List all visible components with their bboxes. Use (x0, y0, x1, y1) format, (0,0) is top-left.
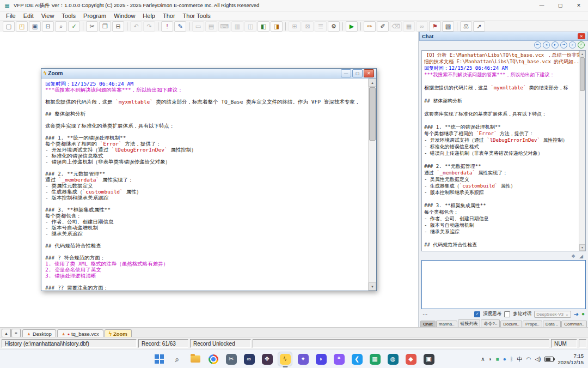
chat-tab-data[interactable]: Data .. (543, 321, 561, 327)
chat-tab-manha[interactable]: manha.. (436, 321, 457, 327)
scale-button[interactable]: ⚖ (460, 21, 472, 32)
tray-chevron-icon[interactable]: ∧ (481, 357, 485, 362)
multi-turn-checkbox[interactable] (504, 311, 510, 317)
run-button[interactable]: ! (161, 21, 173, 32)
chat-tab-comman[interactable]: Comman.. (561, 321, 587, 327)
chat-app-button[interactable]: ✦ (296, 352, 310, 366)
scroll-up-arrow[interactable]: ▲ (579, 51, 585, 57)
scroll-thumb[interactable] (580, 57, 585, 91)
flag-button[interactable]: ⚑ (429, 21, 441, 32)
prev-record-icon[interactable]: ◂ (543, 41, 550, 49)
dock-toggle-button[interactable]: ▴ (2, 329, 11, 337)
next-record-icon[interactable]: ▸ (552, 41, 559, 49)
menu-tools[interactable]: Tools (58, 13, 79, 19)
tray-app-icon-1[interactable]: ◗ (489, 357, 492, 362)
chat-titlebar[interactable]: Chat ✕ (419, 32, 588, 41)
chat-tab-docum[interactable]: Docum.. (500, 321, 522, 327)
ime-indicator[interactable]: 中 (517, 357, 523, 362)
chat-tab-prope[interactable]: Prope.. (523, 321, 542, 327)
voice-icon[interactable]: ● (581, 311, 585, 317)
chat-tab-chat[interactable]: Chat (420, 321, 436, 327)
zoom-close-button[interactable]: ✕ (364, 69, 374, 77)
meet-app-button[interactable]: ◗ (314, 352, 328, 366)
open-button[interactable]: ◰ (16, 21, 28, 32)
send-button[interactable]: ➚ (473, 21, 485, 32)
snipping-tool-button[interactable]: ✂ (224, 352, 238, 366)
menu-thor[interactable]: Thor (159, 13, 179, 19)
print-preview-button[interactable]: ⌕ (55, 21, 67, 32)
first-record-icon[interactable]: ⇤ (534, 41, 541, 49)
start-button[interactable] (152, 352, 167, 366)
tray-app-icon-3[interactable]: ● (503, 357, 506, 362)
form-wizard-button[interactable]: ◧ (258, 21, 270, 32)
builder-button[interactable]: ◨ (271, 21, 283, 32)
teal-app-button[interactable]: ◍ (385, 352, 400, 366)
menu-file[interactable]: File (2, 13, 20, 19)
copy-button[interactable]: ❐ (99, 21, 111, 32)
model-select[interactable]: DeepSeek-V3 ⌄ (534, 311, 571, 318)
modify-button[interactable]: ✎ (174, 21, 186, 32)
battery-icon[interactable] (544, 357, 554, 362)
bluetooth-icon[interactable]: ᛒ (510, 357, 513, 362)
chat-content[interactable]: 【Q】分析 E:\Manhattan\Libs\TQ\tq_base.vcx ，… (421, 50, 586, 251)
paste-button[interactable]: ⊟ (112, 21, 124, 32)
scroll-down-arrow[interactable]: ▼ (369, 282, 376, 291)
zoom-maximize-button[interactable]: ▢ (352, 69, 363, 77)
chat-tab-item[interactable]: 命令?.. (481, 319, 500, 327)
spell-check-button[interactable]: ✓ (68, 21, 80, 32)
wifi-icon[interactable]: ◠ (526, 357, 531, 362)
chat-scrollbar[interactable]: ▲ ▼ (579, 51, 585, 251)
volume-icon[interactable]: ◁) (535, 357, 541, 362)
menu-window[interactable]: Window (110, 13, 139, 19)
edit-code-button[interactable]: ✏ (364, 21, 376, 32)
resize-grip-icon[interactable]: ◢ (579, 254, 583, 259)
scroll-up-arrow[interactable]: ▲ (369, 79, 376, 87)
menu-edit[interactable]: Edit (20, 13, 38, 19)
ai-run-button[interactable]: ▶ (346, 21, 358, 32)
zoom-window-titlebar[interactable]: ϟ Zoom — ▢ ✕ (41, 69, 376, 79)
browser-button[interactable] (206, 352, 220, 366)
find-button[interactable]: ✐ (377, 21, 389, 32)
menu-view[interactable]: View (38, 13, 58, 19)
menu-thor-tools[interactable]: Thor Tools (179, 13, 215, 19)
ok-icon[interactable]: ✓ (578, 41, 585, 49)
zoom-scrollbar[interactable]: ▲ ▼ (368, 79, 376, 291)
paw-app-button[interactable]: ❖ (260, 352, 274, 366)
green-app-button[interactable]: ▦ (367, 352, 382, 366)
tab-list-button[interactable]: ≡ (11, 329, 21, 337)
dark-app-button[interactable]: ▣ (421, 352, 436, 366)
style-tools-icon[interactable]: ❖ (571, 254, 575, 259)
zoom-icon[interactable]: ⌕ (569, 41, 576, 49)
menu-program[interactable]: Program (79, 13, 110, 19)
options-button[interactable]: ⚙ (328, 21, 340, 32)
menu-help[interactable]: Help (139, 13, 159, 19)
vscode-button[interactable]: ❮ (350, 352, 364, 366)
notes-app-button[interactable]: ❝ (332, 352, 346, 366)
chat-tab-item[interactable]: 链接列表 (458, 319, 481, 327)
zoom-minimize-button[interactable]: — (341, 69, 351, 77)
search-button[interactable]: ⌕ (170, 352, 185, 366)
vfp-button[interactable]: ϟ (278, 352, 292, 366)
file-explorer-button[interactable] (188, 352, 203, 366)
minimize-button[interactable]: — (532, 0, 551, 11)
maximize-button[interactable]: ▢ (551, 0, 569, 11)
visual-studio-button[interactable]: ∞ (242, 352, 256, 366)
scroll-down-arrow[interactable]: ▼ (579, 244, 585, 251)
more-options-button[interactable]: ⋯ (422, 311, 428, 317)
chat-input[interactable] (421, 260, 586, 309)
new-button[interactable]: ▢ (3, 21, 15, 32)
deep-think-checkbox[interactable]: ✓ (474, 311, 480, 317)
taskbar-clock[interactable]: 7:152025/12/15 (558, 353, 584, 366)
chat-splitter[interactable]: ❖◢ (419, 252, 588, 260)
close-button[interactable]: ✕ (569, 0, 588, 11)
tray-app-icon-2[interactable]: ■ (496, 357, 499, 362)
save-button[interactable]: ▣ (29, 21, 41, 32)
send-icon[interactable]: ➔ (574, 311, 579, 317)
cut-button[interactable]: ✂ (86, 21, 98, 32)
report-button[interactable]: ▧ (442, 21, 454, 32)
print-button[interactable]: ⊡ (42, 21, 54, 32)
orange-app-button[interactable]: ◆ (403, 352, 418, 366)
zoom-window-body[interactable]: 回复时间：12/15/25 06:46:24 AM***我搜索不到解决该问题的答… (41, 79, 376, 291)
scroll-thumb[interactable] (369, 87, 376, 141)
chat-close-button[interactable]: ✕ (578, 33, 585, 39)
